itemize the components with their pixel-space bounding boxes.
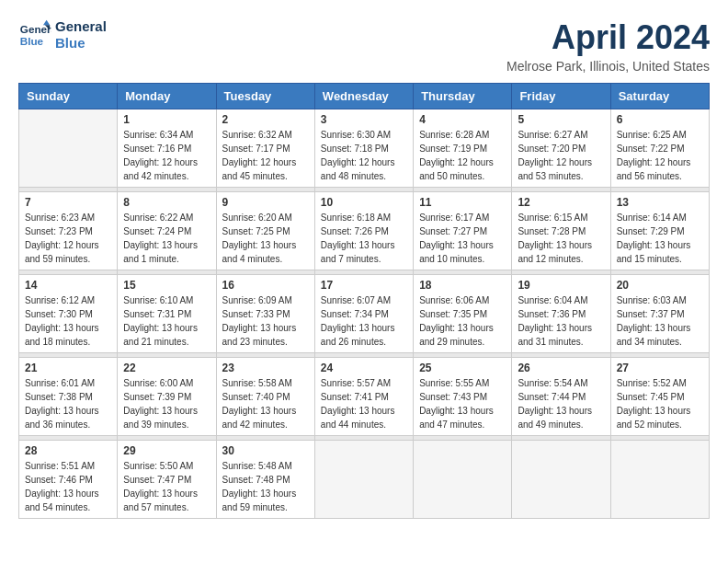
day-number: 3 (321, 113, 407, 126)
calendar-header-row: Sunday Monday Tuesday Wednesday Thursday… (19, 84, 710, 109)
day-number: 29 (123, 444, 210, 457)
day-info: Sunrise: 6:32 AMSunset: 7:17 PMDaylight:… (222, 128, 309, 183)
day-info: Sunrise: 6:06 AMSunset: 7:35 PMDaylight:… (419, 293, 506, 349)
day-info: Sunrise: 6:25 AMSunset: 7:22 PMDaylight:… (617, 128, 703, 183)
cell-week3-day4: 18Sunrise: 6:06 AMSunset: 7:35 PMDayligh… (414, 275, 512, 353)
day-number: 16 (222, 279, 309, 292)
header-friday: Friday (512, 84, 610, 109)
cell-week5-day2: 30Sunrise: 5:48 AMSunset: 7:48 PMDayligh… (216, 441, 314, 519)
day-number: 8 (123, 196, 210, 209)
cell-week2-day3: 10Sunrise: 6:18 AMSunset: 7:26 PMDayligh… (314, 192, 413, 270)
cell-week2-day2: 9Sunrise: 6:20 AMSunset: 7:25 PMDaylight… (216, 192, 314, 270)
day-info: Sunrise: 5:54 AMSunset: 7:44 PMDaylight:… (518, 376, 604, 431)
page-header: General Blue General Blue April 2024 Mel… (18, 18, 710, 74)
day-number: 21 (25, 362, 111, 374)
day-number: 15 (123, 279, 210, 292)
svg-text:Blue: Blue (20, 35, 44, 47)
cell-week1-day0 (19, 109, 118, 188)
day-info: Sunrise: 5:48 AMSunset: 7:48 PMDaylight:… (222, 459, 309, 514)
day-info: Sunrise: 6:14 AMSunset: 7:29 PMDaylight:… (617, 211, 703, 266)
day-number: 2 (222, 113, 309, 126)
week-row-4: 21Sunrise: 6:01 AMSunset: 7:38 PMDayligh… (19, 358, 710, 436)
cell-week4-day5: 26Sunrise: 5:54 AMSunset: 7:44 PMDayligh… (512, 358, 610, 436)
day-number: 30 (222, 444, 309, 457)
day-number: 22 (123, 362, 210, 374)
cell-week2-day1: 8Sunrise: 6:22 AMSunset: 7:24 PMDaylight… (118, 192, 216, 270)
header-sunday: Sunday (19, 84, 118, 109)
cell-week2-day0: 7Sunrise: 6:23 AMSunset: 7:23 PMDaylight… (19, 192, 118, 270)
day-info: Sunrise: 6:18 AMSunset: 7:26 PMDaylight:… (321, 211, 407, 266)
day-number: 7 (25, 196, 111, 209)
logo-icon: General Blue (18, 18, 51, 52)
cell-week1-day4: 4Sunrise: 6:28 AMSunset: 7:19 PMDaylight… (414, 109, 512, 188)
day-info: Sunrise: 6:04 AMSunset: 7:36 PMDaylight:… (518, 293, 604, 349)
day-info: Sunrise: 6:12 AMSunset: 7:30 PMDaylight:… (25, 293, 111, 349)
week-row-5: 28Sunrise: 5:51 AMSunset: 7:46 PMDayligh… (19, 441, 710, 519)
cell-week3-day1: 15Sunrise: 6:10 AMSunset: 7:31 PMDayligh… (118, 275, 216, 353)
day-number: 20 (617, 279, 703, 292)
day-info: Sunrise: 6:00 AMSunset: 7:39 PMDaylight:… (123, 376, 210, 431)
calendar-table: Sunday Monday Tuesday Wednesday Thursday… (18, 83, 710, 519)
day-info: Sunrise: 6:17 AMSunset: 7:27 PMDaylight:… (419, 211, 506, 266)
day-info: Sunrise: 6:27 AMSunset: 7:20 PMDaylight:… (518, 128, 604, 183)
cell-week3-day2: 16Sunrise: 6:09 AMSunset: 7:33 PMDayligh… (216, 275, 314, 353)
day-info: Sunrise: 6:01 AMSunset: 7:38 PMDaylight:… (25, 376, 111, 431)
cell-week1-day2: 2Sunrise: 6:32 AMSunset: 7:17 PMDaylight… (216, 109, 314, 188)
logo-line1: General (55, 18, 107, 35)
title-section: April 2024 Melrose Park, Illinois, Unite… (506, 18, 710, 74)
cell-week4-day1: 22Sunrise: 6:00 AMSunset: 7:39 PMDayligh… (118, 358, 216, 436)
day-number: 19 (518, 279, 604, 292)
day-info: Sunrise: 5:55 AMSunset: 7:43 PMDaylight:… (419, 376, 506, 431)
cell-week5-day5 (512, 441, 610, 519)
cell-week5-day3 (314, 441, 413, 519)
week-row-3: 14Sunrise: 6:12 AMSunset: 7:30 PMDayligh… (19, 275, 710, 353)
cell-week1-day5: 5Sunrise: 6:27 AMSunset: 7:20 PMDaylight… (512, 109, 610, 188)
header-wednesday: Wednesday (314, 84, 413, 109)
day-info: Sunrise: 5:52 AMSunset: 7:45 PMDaylight:… (617, 376, 703, 431)
day-info: Sunrise: 6:10 AMSunset: 7:31 PMDaylight:… (123, 293, 210, 349)
day-info: Sunrise: 6:03 AMSunset: 7:37 PMDaylight:… (617, 293, 703, 349)
cell-week1-day6: 6Sunrise: 6:25 AMSunset: 7:22 PMDaylight… (610, 109, 709, 188)
day-info: Sunrise: 6:20 AMSunset: 7:25 PMDaylight:… (222, 211, 309, 266)
cell-week2-day5: 12Sunrise: 6:15 AMSunset: 7:28 PMDayligh… (512, 192, 610, 270)
cell-week5-day0: 28Sunrise: 5:51 AMSunset: 7:46 PMDayligh… (19, 441, 118, 519)
week-row-2: 7Sunrise: 6:23 AMSunset: 7:23 PMDaylight… (19, 192, 710, 270)
cell-week4-day2: 23Sunrise: 5:58 AMSunset: 7:40 PMDayligh… (216, 358, 314, 436)
day-info: Sunrise: 5:57 AMSunset: 7:41 PMDaylight:… (321, 376, 407, 431)
day-number: 11 (419, 196, 506, 209)
cell-week3-day6: 20Sunrise: 6:03 AMSunset: 7:37 PMDayligh… (610, 275, 709, 353)
day-number: 18 (419, 279, 506, 292)
day-info: Sunrise: 6:30 AMSunset: 7:18 PMDaylight:… (321, 128, 407, 183)
day-info: Sunrise: 5:51 AMSunset: 7:46 PMDaylight:… (25, 459, 111, 514)
day-number: 23 (222, 362, 309, 374)
day-number: 4 (419, 113, 506, 126)
day-info: Sunrise: 6:23 AMSunset: 7:23 PMDaylight:… (25, 211, 111, 266)
header-thursday: Thursday (414, 84, 512, 109)
day-number: 12 (518, 196, 604, 209)
cell-week5-day6 (610, 441, 709, 519)
day-info: Sunrise: 5:58 AMSunset: 7:40 PMDaylight:… (222, 376, 309, 431)
cell-week1-day1: 1Sunrise: 6:34 AMSunset: 7:16 PMDaylight… (118, 109, 216, 188)
day-info: Sunrise: 6:34 AMSunset: 7:16 PMDaylight:… (123, 128, 210, 183)
day-number: 26 (518, 362, 604, 374)
day-number: 10 (321, 196, 407, 209)
day-number: 28 (25, 444, 111, 457)
cell-week4-day6: 27Sunrise: 5:52 AMSunset: 7:45 PMDayligh… (610, 358, 709, 436)
day-number: 5 (518, 113, 604, 126)
day-number: 14 (25, 279, 111, 292)
day-info: Sunrise: 6:22 AMSunset: 7:24 PMDaylight:… (123, 211, 210, 266)
header-saturday: Saturday (610, 84, 709, 109)
day-info: Sunrise: 6:15 AMSunset: 7:28 PMDaylight:… (518, 211, 604, 266)
cell-week3-day5: 19Sunrise: 6:04 AMSunset: 7:36 PMDayligh… (512, 275, 610, 353)
day-number: 17 (321, 279, 407, 292)
logo: General Blue General Blue (18, 18, 107, 52)
day-number: 25 (419, 362, 506, 374)
cell-week4-day0: 21Sunrise: 6:01 AMSunset: 7:38 PMDayligh… (19, 358, 118, 436)
header-tuesday: Tuesday (216, 84, 314, 109)
logo-line2: Blue (55, 35, 107, 52)
cell-week2-day4: 11Sunrise: 6:17 AMSunset: 7:27 PMDayligh… (414, 192, 512, 270)
day-number: 9 (222, 196, 309, 209)
day-info: Sunrise: 5:50 AMSunset: 7:47 PMDaylight:… (123, 459, 210, 514)
cell-week3-day3: 17Sunrise: 6:07 AMSunset: 7:34 PMDayligh… (314, 275, 413, 353)
day-info: Sunrise: 6:09 AMSunset: 7:33 PMDaylight:… (222, 293, 309, 349)
